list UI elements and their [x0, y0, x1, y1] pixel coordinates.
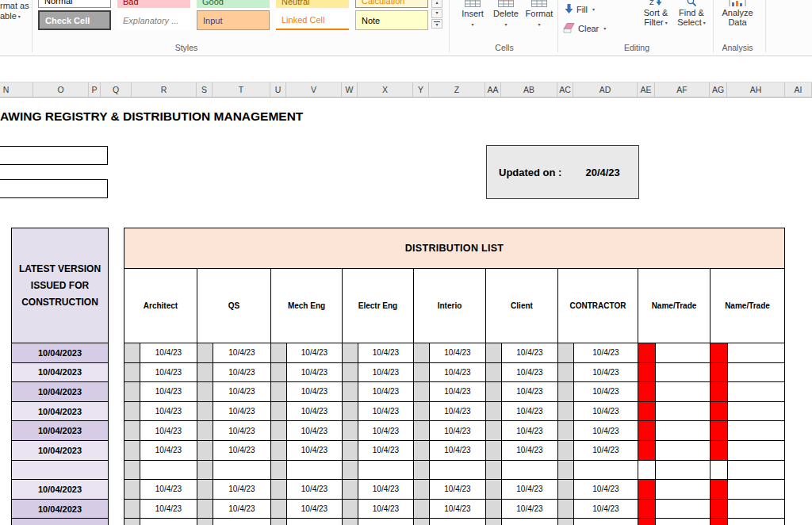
date-cell[interactable]: 10/4/23 [430, 500, 486, 519]
spacer-cell[interactable] [558, 343, 574, 363]
name-trade-cell[interactable] [656, 500, 710, 519]
date-cell[interactable]: 10/4/23 [430, 402, 486, 422]
column-header-U[interactable]: U [270, 82, 286, 97]
column-header-R[interactable]: R [132, 82, 197, 97]
delete-button[interactable]: Delete▾ [489, 0, 523, 27]
spacer-cell[interactable] [343, 441, 358, 461]
flag-cell[interactable] [638, 500, 656, 519]
date-cell[interactable]: 10/4/23 [358, 519, 414, 525]
date-cell[interactable]: 10/4/23 [287, 402, 343, 422]
flag-cell[interactable] [638, 421, 656, 441]
spacer-cell[interactable] [124, 343, 140, 363]
spacer-cell[interactable] [197, 382, 213, 402]
clear-button[interactable]: Clear▾ [563, 23, 606, 33]
explanatory-style[interactable]: Explanatory ... [117, 10, 190, 30]
spacer-cell[interactable] [486, 441, 502, 461]
date-cell[interactable]: 10/4/23 [140, 363, 197, 383]
flag-cell[interactable] [710, 519, 728, 525]
date-cell[interactable]: 10/4/23 [574, 363, 638, 383]
date-cell[interactable]: 10/4/23 [502, 343, 558, 363]
name-trade-cell[interactable] [728, 441, 785, 461]
date-cell[interactable]: 10/4/23 [430, 519, 486, 525]
column-header-AH[interactable]: AH [727, 82, 785, 97]
date-cell[interactable]: 10/4/23 [574, 382, 638, 402]
spacer-cell[interactable] [124, 461, 140, 481]
name-trade-cell[interactable] [656, 441, 710, 461]
date-cell[interactable]: 10/4/23 [140, 421, 197, 441]
flag-cell[interactable] [638, 402, 656, 422]
spacer-cell[interactable] [414, 382, 430, 402]
spacer-cell[interactable] [271, 461, 287, 481]
name-trade-cell[interactable] [656, 461, 710, 481]
date-cell[interactable] [213, 461, 271, 481]
date-cell[interactable]: 10/4/23 [358, 363, 414, 383]
date-cell[interactable] [574, 461, 638, 481]
date-cell[interactable]: 10/4/23 [574, 500, 638, 519]
gallery-more-icon[interactable]: ▾ [431, 19, 442, 29]
spacer-cell[interactable] [343, 382, 358, 402]
name-trade-cell[interactable] [728, 480, 785, 500]
spacer-cell[interactable] [197, 519, 213, 525]
date-cell[interactable] [140, 461, 197, 481]
date-cell[interactable] [502, 461, 558, 481]
flag-cell[interactable] [710, 480, 728, 500]
flag-cell[interactable] [638, 480, 656, 500]
spacer-cell[interactable] [197, 480, 213, 500]
spacer-cell[interactable] [486, 343, 502, 363]
spacer-cell[interactable] [486, 519, 502, 525]
info-box-2[interactable] [0, 179, 108, 198]
flag-cell[interactable] [638, 343, 656, 363]
fill-button[interactable]: Fill▾ [565, 4, 595, 14]
date-cell[interactable]: 10/4/23 [430, 363, 486, 383]
date-cell[interactable]: 10/4/23 [574, 343, 638, 363]
column-header-N[interactable]: N [0, 82, 33, 97]
spacer-cell[interactable] [486, 500, 502, 519]
date-cell[interactable]: 10/4/23 [140, 500, 197, 519]
date-cell[interactable]: 10/4/23 [502, 421, 558, 441]
spacer-cell[interactable] [414, 421, 430, 441]
spacer-cell[interactable] [343, 421, 358, 441]
spacer-cell[interactable] [414, 441, 430, 461]
name-trade-cell[interactable] [656, 480, 710, 500]
neutral-style[interactable]: Neutral [276, 0, 349, 8]
name-trade-cell[interactable] [656, 363, 710, 383]
spacer-cell[interactable] [271, 363, 287, 383]
spacer-cell[interactable] [343, 480, 358, 500]
calculation-style[interactable]: Calculation [355, 0, 428, 8]
date-cell[interactable]: 10/4/23 [140, 480, 197, 500]
spacer-cell[interactable] [558, 480, 574, 500]
distribution-column-architect-1[interactable]: Architect [124, 269, 197, 343]
date-cell[interactable]: 10/4/23 [358, 343, 414, 363]
spacer-cell[interactable] [124, 363, 140, 383]
name-trade-cell[interactable] [728, 382, 785, 402]
column-header-Q[interactable]: Q [101, 82, 132, 97]
date-cell[interactable]: 10/4/23 [287, 519, 343, 525]
name-trade-cell[interactable] [656, 343, 710, 363]
spacer-cell[interactable] [558, 500, 574, 519]
name-trade-cell[interactable] [656, 382, 710, 402]
spacer-cell[interactable] [343, 461, 358, 481]
spacer-cell[interactable] [486, 461, 502, 481]
date-cell[interactable]: 10/4/23 [430, 441, 486, 461]
flag-cell[interactable] [638, 363, 656, 383]
column-header-AB[interactable]: AB [501, 82, 557, 97]
spacer-cell[interactable] [271, 519, 287, 525]
distribution-column-name-trade-8[interactable]: Name/Trade [638, 269, 710, 343]
date-cell[interactable]: 10/4/23 [502, 441, 558, 461]
name-trade-cell[interactable] [728, 519, 785, 525]
flag-cell[interactable] [710, 343, 728, 363]
input-style[interactable]: Input [197, 10, 270, 30]
date-cell[interactable]: 10/4/23 [287, 363, 343, 383]
distribution-column-interio-5[interactable]: Interio [414, 269, 486, 343]
date-cell[interactable]: 10/4/23 [502, 363, 558, 383]
date-cell[interactable]: 10/4/23 [213, 363, 271, 383]
date-cell[interactable]: 10/4/23 [287, 343, 343, 363]
date-cell[interactable]: 10/4/23 [502, 382, 558, 402]
bad-style[interactable]: Bad [117, 0, 190, 8]
date-cell[interactable] [430, 461, 486, 481]
date-cell[interactable]: 10/4/23 [358, 421, 414, 441]
name-trade-cell[interactable] [728, 500, 785, 519]
column-header-V[interactable]: V [286, 82, 342, 97]
date-cell[interactable]: 10/4/23 [213, 421, 271, 441]
flag-cell[interactable] [710, 500, 728, 519]
